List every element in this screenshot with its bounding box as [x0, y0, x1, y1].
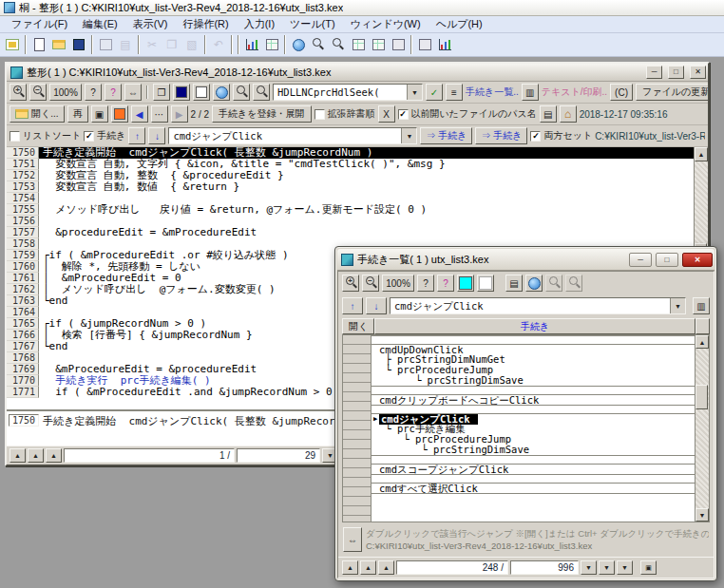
print-icon[interactable] — [96, 35, 115, 54]
open-file-button[interactable]: 開く... — [10, 105, 65, 123]
copy-icon[interactable]: ❐ — [162, 35, 181, 54]
sort-list-button[interactable]: ≡ — [446, 84, 463, 101]
dialog-procedure-value[interactable]: cmdジャンプClick — [391, 298, 670, 313]
line-text[interactable]: メソッド呼び出し 戻り値 = &return, @フォーム.更新モード設定( 0… — [39, 204, 694, 216]
dialog-minimize-button[interactable]: ─ — [629, 253, 652, 267]
editor-titlebar[interactable]: 整形( 1 ) C:¥KIRI10¥utx_list-Ver3-Rev4_201… — [7, 64, 708, 82]
procedure-row[interactable] — [372, 455, 695, 464]
home-button[interactable]: ⌂ — [560, 105, 577, 123]
search-combo-dropdown[interactable]: ▼ — [407, 85, 422, 100]
table-edit-icon[interactable] — [242, 35, 261, 54]
procedure-row[interactable] — [372, 493, 695, 502]
procedure-row[interactable] — [372, 335, 695, 344]
dialog-goto-first-button[interactable]: ▲ — [342, 560, 358, 575]
line-text[interactable]: 変数宣言 自動, 整数 { &procedureEdit } — [39, 170, 694, 181]
reopen-button[interactable]: 再 — [67, 105, 88, 123]
both-set-checkbox[interactable]: ✓両方セット — [530, 129, 592, 142]
procedure-row[interactable]: cmdすべて選択Click — [372, 483, 695, 493]
menu-item[interactable]: ヘルプ(H) — [429, 16, 490, 32]
form-design-icon[interactable] — [262, 35, 281, 54]
close-button[interactable]: ✕ — [690, 66, 706, 79]
dialog-keyboard-button[interactable]: ▤ — [505, 275, 523, 292]
file-date-button[interactable]: ファイルの更新日付 — [636, 84, 708, 101]
dialog-help-button[interactable]: ? — [417, 275, 434, 292]
procedure-jump-value[interactable]: cmdジャンプClick — [169, 128, 401, 143]
search-term-value[interactable]: HDLLNCprcHdlSeek( — [274, 85, 407, 100]
procedure-list-link[interactable]: 手続き一覧.. — [466, 85, 519, 99]
dialog-titlebar[interactable]: 手続き一覧( 1 ) utx_list3.kex ─ □ ✕ — [337, 249, 714, 271]
undo-icon[interactable]: ↶ — [209, 35, 228, 54]
page-more-button[interactable]: ⋯ — [151, 105, 168, 123]
file-search-icon[interactable] — [329, 35, 348, 54]
zoom-search-icon[interactable] — [309, 35, 328, 54]
page-prev-button[interactable]: ◀ — [131, 105, 148, 123]
dialog-vertical-scrollbar[interactable]: ▲ ▼ — [695, 335, 709, 522]
line-text[interactable]: 手続き定義開始 cmdジャンプClick( 長整数 &jumpRecordNum… — [39, 147, 694, 159]
worksheet-icon[interactable] — [369, 35, 388, 54]
check-syntax-button[interactable]: ✓ — [426, 84, 443, 101]
code-line[interactable]: 1754 — [7, 193, 694, 204]
code-line[interactable]: 1755 メソッド呼び出し 戻り値 = &return, @フォーム.更新モード… — [7, 204, 694, 216]
code-line[interactable]: 1757 &procedureEdit = &mProcedureEdit — [7, 227, 694, 238]
cut-icon[interactable]: ✂ — [143, 35, 162, 54]
zoom-out-button[interactable]: − — [29, 84, 47, 101]
open-column-header[interactable]: 開く — [342, 318, 374, 334]
procedure-row[interactable] — [372, 405, 695, 413]
zoom-level[interactable]: 100% — [49, 84, 82, 101]
register-expand-button[interactable]: 手続きを登録・展開 — [212, 105, 311, 123]
code-line[interactable]: 1752 変数宣言 自動, 整数 { &procedureEdit } — [7, 170, 694, 181]
dialog-up-button[interactable]: ↑ — [342, 297, 363, 314]
web-search-button[interactable] — [213, 84, 230, 101]
procedure-row[interactable]: └ prcStringDimSave — [372, 445, 695, 455]
procedure-jump-dropdown[interactable]: ▼ — [401, 128, 416, 143]
procedure-row[interactable]: └ prcStringDimSave — [372, 375, 695, 386]
window-panel-button[interactable]: ▤ — [540, 105, 557, 123]
menu-item[interactable]: ファイル(F) — [4, 16, 75, 32]
context-help-button[interactable]: ? — [105, 84, 122, 101]
code-line[interactable]: 1751 変数宣言 自動, 文字列 { &icon, &title = "cmd… — [7, 159, 694, 170]
line-text[interactable] — [39, 193, 694, 204]
code-line[interactable]: 1753 変数宣言 自動, 数値 { &return } — [7, 181, 694, 193]
dialog-total-rows-field[interactable]: 996 — [510, 560, 579, 575]
dialog-maximize-button[interactable]: □ — [656, 253, 678, 267]
color-navy-button[interactable] — [173, 84, 190, 101]
dialog-close-button[interactable]: ✕ — [682, 253, 713, 267]
color-white-button[interactable] — [193, 84, 210, 101]
dialog-scroll-down[interactable]: ▼ — [695, 508, 709, 522]
maximize-button[interactable]: □ — [668, 66, 684, 79]
menu-item[interactable]: 入力(I) — [237, 16, 282, 32]
move-down-button[interactable]: ↓ — [148, 127, 165, 144]
text-print-link[interactable]: テキスト/印刷.. — [542, 85, 607, 99]
dialog-color-white-button[interactable] — [477, 275, 494, 292]
calendar-icon[interactable] — [349, 35, 368, 54]
dialog-detach-window-button[interactable]: ▣ — [640, 560, 657, 575]
help-button[interactable]: ? — [85, 84, 102, 101]
dialog-zoom-level[interactable]: 100% — [382, 275, 414, 292]
procedure-row-text[interactable]: cmdクリップボードへコピーClick — [379, 395, 539, 406]
dialog-procedure-dropdown[interactable]: ▼ — [670, 298, 685, 313]
save-icon[interactable] — [69, 35, 88, 54]
move-up-button[interactable]: ↑ — [128, 127, 145, 144]
dialog-page-up-button[interactable]: ▲ — [360, 560, 376, 575]
new-file-icon[interactable] — [29, 35, 48, 54]
line-text[interactable]: 変数宣言 自動, 数値 { &return } — [39, 181, 694, 193]
copyright-button[interactable]: (C) — [610, 84, 633, 101]
bar-chart-icon[interactable] — [435, 35, 454, 54]
line-text[interactable] — [39, 216, 694, 227]
menu-item[interactable]: ツール(T) — [282, 16, 343, 32]
dialog-context-help-button[interactable]: ? — [437, 275, 454, 292]
text-print-icon[interactable]: ▥ — [522, 84, 539, 101]
procedure-row-text[interactable]: └ prcStringDimSave — [379, 375, 524, 386]
menu-item[interactable]: 表示(V) — [125, 16, 176, 32]
procedure-row[interactable]: cmdクリップボードへコピーClick — [372, 394, 695, 405]
search-term-combo[interactable]: HDLLNCprcHdlSeek( ▼ — [273, 84, 423, 101]
find-next-button[interactable] — [253, 84, 270, 101]
split-line-text[interactable]: 手続き定義開始 cmdジャンプClick( 長整数 &jumpRecordNum… — [43, 414, 372, 428]
dialog-row-up-button[interactable]: ▲ — [378, 560, 394, 575]
dialog-zoom-in-button[interactable]: + — [342, 275, 359, 292]
code-line[interactable]: 1750 手続き定義開始 cmdジャンプClick( 長整数 &jumpReco… — [7, 147, 694, 159]
kiri-home-icon[interactable] — [3, 35, 22, 54]
procedure-jump-combo[interactable]: cmdジャンプClick ▼ — [168, 127, 417, 144]
color-orange-button[interactable] — [111, 105, 128, 123]
menu-item[interactable]: ウィンドウ(W) — [343, 16, 429, 32]
